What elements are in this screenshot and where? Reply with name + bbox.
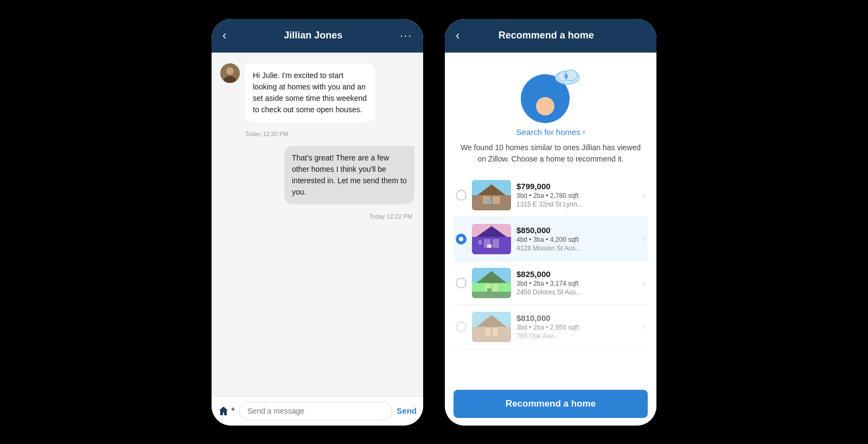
recommend-back-button[interactable]: ‹	[456, 29, 459, 43]
home-radio-4[interactable]	[456, 321, 467, 332]
home-details-1: $799,000 3bd • 2ba • 2,780 sqft 1315 E 3…	[516, 182, 637, 208]
home-address-3: 2456 Dolores St Aus...	[516, 288, 637, 296]
home-radio-2[interactable]	[456, 234, 467, 244]
home-thumb-4	[472, 312, 511, 342]
home-chevron-4: ›	[643, 322, 646, 332]
avatar	[220, 63, 240, 83]
svg-rect-18	[478, 240, 482, 244]
home-specs-1: 3bd • 2ba • 2,780 sqft	[516, 192, 637, 200]
home-price-3: $825,000	[516, 269, 637, 279]
home-address-2: 4128 Mission St Aus...	[516, 244, 637, 252]
message-row-1: Hi Julie. I'm excited to start looking a…	[220, 63, 414, 122]
search-link-chevron-icon: ›	[583, 127, 585, 136]
hero-avatar	[521, 63, 580, 123]
home-item-2[interactable]: $850,000 4bd • 3ba • 4,200 sqft 4128 Mis…	[454, 217, 648, 261]
cloud-icon	[554, 63, 580, 85]
message-input[interactable]	[239, 402, 392, 420]
plus-icon: +	[231, 406, 235, 413]
home-thumb-1	[472, 180, 511, 210]
chat-input-bar: + Send	[212, 396, 423, 426]
home-address-4: 789 Oak Ave...	[516, 332, 637, 340]
search-for-homes-link[interactable]: Search for homes ›	[516, 127, 585, 137]
timestamp-2: Today 12:22 PM	[220, 213, 414, 220]
chat-body: Hi Julie. I'm excited to start looking a…	[212, 53, 423, 396]
home-item-1[interactable]: $799,000 3bd • 2ba • 2,780 sqft 1315 E 3…	[454, 173, 648, 217]
send-button[interactable]: Send	[397, 406, 417, 415]
recommend-body: Search for homes › We found 10 homes sim…	[445, 53, 656, 382]
svg-rect-30	[493, 328, 498, 336]
message-row-2: That's great! There are a few other home…	[220, 146, 414, 204]
message-bubble-2: That's great! There are a few other home…	[284, 146, 414, 204]
home-details-3: $825,000 3bd • 2ba • 3,174 sqft 2456 Dol…	[516, 269, 637, 296]
person-head	[536, 97, 554, 115]
home-chevron-2: ›	[643, 234, 646, 244]
home-specs-3: 3bd • 2ba • 3,174 sqft	[516, 280, 637, 287]
message-bubble-1: Hi Julie. I'm excited to start looking a…	[245, 63, 375, 122]
home-thumb-2	[472, 224, 511, 254]
home-specs-4: 3bd • 2ba • 2,950 sqft	[516, 324, 637, 331]
svg-rect-24	[487, 288, 492, 292]
home-details-2: $850,000 4bd • 3ba • 4,200 sqft 4128 Mis…	[516, 226, 637, 252]
chat-header-title: Jillian Jones	[284, 30, 342, 41]
home-price-4: $810,000	[516, 313, 637, 323]
home-add-button[interactable]: +	[218, 406, 235, 416]
timestamp-1: Today 12:20 PM	[220, 131, 414, 137]
svg-rect-25	[472, 292, 511, 298]
recommend-button[interactable]: Recommend a home	[454, 390, 648, 418]
home-radio-1[interactable]	[456, 190, 467, 201]
svg-rect-16	[493, 239, 499, 248]
svg-rect-11	[487, 200, 492, 204]
recommend-btn-container: Recommend a home	[445, 382, 656, 426]
home-specs-2: 4bd • 3ba • 4,200 sqft	[516, 236, 637, 243]
home-thumb-3	[472, 268, 511, 298]
home-address-1: 1315 E 32nd St Lynn...	[516, 201, 637, 208]
recommend-header: ‹ Recommend a home	[445, 19, 656, 53]
svg-rect-23	[493, 284, 498, 292]
home-chevron-1: ›	[643, 190, 646, 200]
home-chevron-3: ›	[643, 278, 646, 288]
chat-more-button[interactable]: ···	[400, 29, 412, 42]
home-item-3[interactable]: $825,000 3bd • 2ba • 3,174 sqft 2456 Dol…	[454, 261, 648, 305]
search-link-text: Search for homes	[516, 127, 580, 137]
recommend-panel: ‹ Recommend a home Search f	[445, 19, 656, 426]
home-details-4: $810,000 3bd • 2ba • 2,950 sqft 789 Oak …	[516, 313, 637, 340]
svg-rect-27	[472, 327, 511, 342]
chat-header: ‹ Jillian Jones ···	[212, 19, 423, 53]
svg-point-1	[226, 67, 234, 75]
home-item-4[interactable]: $810,000 3bd • 2ba • 2,950 sqft 789 Oak …	[454, 305, 648, 349]
chat-back-button[interactable]: ‹	[222, 29, 226, 43]
recommend-description: We found 10 homes similar to ones Jillia…	[454, 142, 648, 165]
home-price-1: $799,000	[516, 182, 637, 191]
home-list: $799,000 3bd • 2ba • 2,780 sqft 1315 E 3…	[454, 173, 648, 349]
left-phone: ‹ Jillian Jones ··· Hi Julie. I'm excite…	[212, 19, 423, 426]
svg-rect-29	[485, 328, 490, 336]
recommend-header-title: Recommend a home	[499, 30, 594, 41]
home-radio-3[interactable]	[456, 278, 467, 288]
svg-rect-17	[487, 244, 492, 248]
home-price-2: $850,000	[516, 226, 637, 235]
svg-rect-10	[493, 196, 500, 204]
